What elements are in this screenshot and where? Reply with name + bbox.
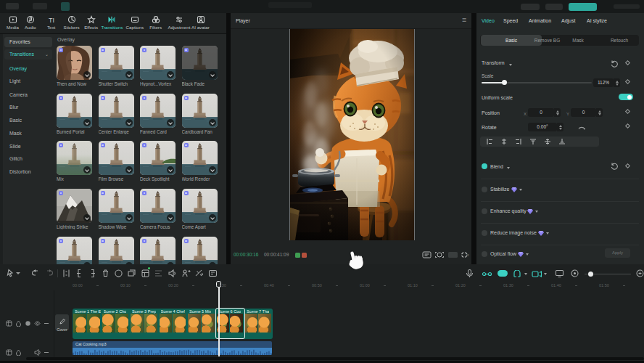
svg-text:TI: TI [49,17,54,24]
